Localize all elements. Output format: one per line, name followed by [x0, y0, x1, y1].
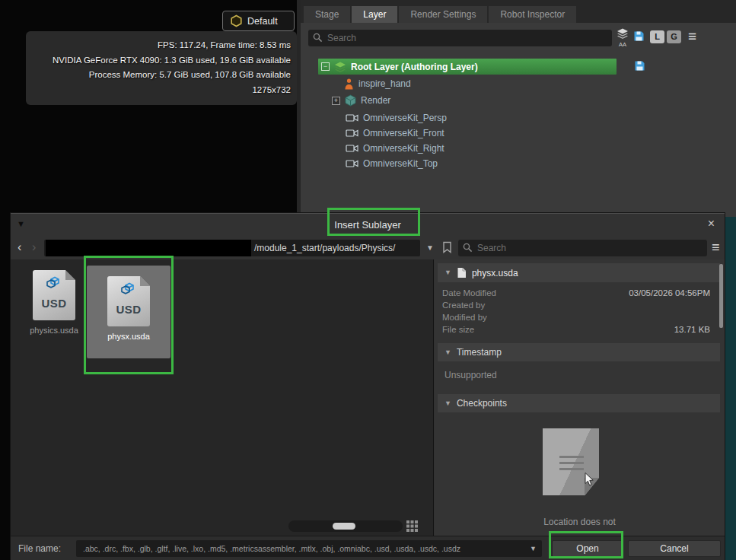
tree-row-omniversekit-front[interactable]: OmniverseKit_Front: [301, 126, 736, 141]
save-all-layers-button[interactable]: [633, 30, 645, 45]
annotation-box-open-button: [549, 531, 623, 558]
path-input[interactable]: /module_1_start/payloads/Physics/: [44, 240, 420, 256]
tab-layer[interactable]: Layer: [352, 6, 397, 23]
grid-view-icon[interactable]: [406, 520, 419, 533]
file-name-label: File name:: [18, 543, 61, 554]
timestamp-section-header[interactable]: ▼ Timestamp: [438, 343, 720, 361]
tree-row-omniversekit-top[interactable]: OmniverseKit_Top: [301, 156, 736, 171]
details-file-name: physx.usda: [472, 268, 518, 278]
tree-row-root-layer[interactable]: − Root Layer (Authoring Layer): [318, 59, 617, 75]
checkpoints-empty-text: Location does not: [435, 517, 725, 527]
layer-tree: − Root Layer (Authoring Layer) inspire_h…: [301, 50, 736, 217]
cancel-button[interactable]: Cancel: [628, 540, 721, 557]
stat-resolution: 1275x732: [27, 83, 291, 98]
document-icon: [457, 267, 467, 278]
path-dropdown-icon[interactable]: ▼: [426, 244, 434, 252]
path-text: /module_1_start/payloads/Physics/: [254, 243, 395, 253]
details-file-header[interactable]: ▼ physx.usda: [438, 263, 720, 282]
close-icon[interactable]: ×: [708, 218, 715, 230]
panel-tab-bar: Stage Layer Render Settings Robot Inspec…: [301, 0, 736, 23]
property-row: Modified by: [442, 313, 710, 325]
camera-icon: [346, 129, 358, 138]
tree-row-omniversekit-right[interactable]: OmniverseKit_Right: [301, 141, 736, 156]
chevron-down-icon: ▼: [444, 349, 451, 356]
global-layers-toggle[interactable]: G: [667, 30, 681, 43]
tree-row-render[interactable]: + Render: [301, 93, 736, 108]
viewport: Default FPS: 117.24, Frame time: 8.53 ms…: [0, 0, 297, 215]
chevron-down-icon: ▼: [444, 400, 451, 407]
layer-toolbar: AA L G ≡: [301, 23, 736, 50]
details-scrollbar-thumb[interactable]: [719, 264, 723, 328]
stat-fps: FPS: 117.24, Frame time: 8.53 ms: [27, 38, 291, 53]
local-layers-toggle[interactable]: L: [650, 30, 664, 43]
stat-memory: Process Memory: 5.7 GiB used, 107.8 GiB …: [27, 68, 291, 83]
file-list: USD physics.usda USD physx.usda: [11, 259, 434, 536]
tree-row-inspire-hand[interactable]: inspire_hand: [301, 76, 736, 91]
timestamp-value: Unsupported: [444, 370, 497, 380]
tab-render-settings[interactable]: Render Settings: [399, 6, 487, 23]
tree-item-label: OmniverseKit_Persp: [363, 113, 447, 123]
dialog-search-input[interactable]: [458, 240, 707, 256]
file-name-label: physics.usda: [24, 326, 84, 335]
file-types-dropdown-icon[interactable]: ▼: [530, 546, 537, 552]
scope-cube-icon: [345, 94, 356, 107]
layer-panel: Stage Layer Render Settings Robot Inspec…: [301, 0, 736, 217]
save-icon: [633, 30, 645, 42]
app-screen: Default FPS: 117.24, Frame time: 8.53 ms…: [0, 0, 736, 560]
usd-file-icon: USD: [33, 270, 75, 320]
back-icon[interactable]: ‹: [18, 240, 21, 255]
viewport-left-edge: [0, 215, 11, 560]
tab-stage[interactable]: Stage: [304, 6, 350, 23]
mouse-cursor-icon: [585, 473, 594, 489]
bookmark-button[interactable]: [442, 241, 452, 256]
chevron-down-icon: ▼: [444, 269, 451, 276]
aa-label: AA: [615, 42, 630, 48]
layers-icon: [617, 28, 629, 39]
tree-item-label: inspire_hand: [358, 78, 411, 89]
file-tile-physics-usda[interactable]: USD physics.usda: [24, 270, 84, 335]
save-root-layer-button[interactable]: [634, 60, 645, 75]
property-row: Date Modified 03/05/2026 04:56PM: [442, 288, 710, 301]
prim-figure-icon: [344, 78, 354, 90]
root-layer-icon: [334, 62, 346, 72]
layer-search: [308, 30, 612, 46]
annotation-box-insert-sublayer: [327, 208, 420, 236]
save-icon: [634, 60, 645, 72]
camera-icon: [346, 159, 358, 168]
path-redacted-segment: [46, 240, 251, 256]
tree-item-label: Render: [361, 95, 390, 106]
layer-options-menu-icon[interactable]: ≡: [688, 29, 696, 43]
tree-item-label: OmniverseKit_Right: [363, 143, 444, 154]
layer-search-input[interactable]: [308, 30, 612, 46]
usd-cubes-logo-icon: [44, 275, 64, 291]
camera-icon: [346, 144, 358, 153]
forward-icon[interactable]: ›: [32, 240, 36, 255]
property-row: File size 13.71 KB: [442, 325, 710, 337]
usd-icon-label: USD: [33, 297, 75, 310]
bookmark-icon: [442, 241, 452, 253]
dialog-options-menu-icon[interactable]: ≡: [712, 240, 720, 255]
file-name-input[interactable]: .abc, .drc, .fbx, .glb, .gltf, .live, .l…: [76, 540, 542, 557]
renderer-default-button[interactable]: Default: [222, 11, 295, 31]
file-details-panel: ▼ physx.usda Date Modified 03/05/2026 04…: [435, 259, 725, 536]
property-row: Created by: [442, 301, 710, 313]
collapse-expander-icon[interactable]: −: [321, 62, 330, 71]
file-types-text: .abc, .drc, .fbx, .glb, .gltf, .live, .l…: [83, 544, 524, 553]
camera-icon: [346, 113, 358, 123]
default-button-label: Default: [247, 16, 278, 27]
tree-item-label: OmniverseKit_Front: [363, 128, 444, 138]
kit-hexagon-icon: [230, 14, 243, 27]
root-layer-label: Root Layer (Authoring Layer): [351, 62, 478, 72]
stat-gpu: NVIDIA GeForce RTX 4090: 1.3 GiB used, 1…: [27, 53, 291, 68]
expand-expander-icon[interactable]: +: [332, 97, 340, 105]
viewport-stats-overlay: FPS: 117.24, Frame time: 8.53 ms NVIDIA …: [26, 31, 297, 105]
checkpoints-section-header[interactable]: ▼ Checkpoints: [438, 394, 720, 412]
tab-robot-inspector[interactable]: Robot Inspector: [489, 6, 576, 23]
layer-aa-toggle[interactable]: AA: [615, 28, 630, 48]
icon-size-slider[interactable]: [288, 520, 403, 532]
dialog-search: [458, 240, 707, 256]
tree-row-omniversekit-persp[interactable]: OmniverseKit_Persp: [301, 110, 736, 126]
file-properties: Date Modified 03/05/2026 04:56PM Created…: [442, 288, 710, 337]
slider-thumb[interactable]: [333, 523, 355, 530]
annotation-box-physx-file: [84, 256, 174, 374]
